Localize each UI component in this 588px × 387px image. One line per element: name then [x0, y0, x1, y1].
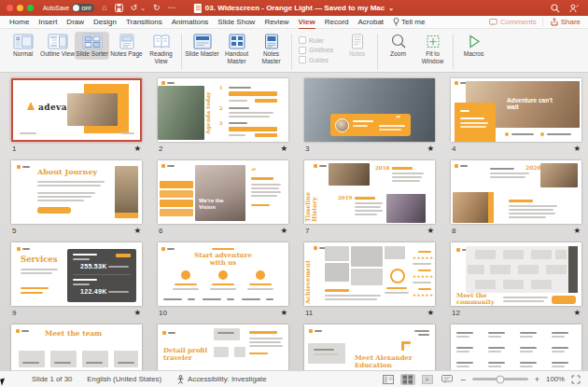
slide-title: Detail profil traveler [163, 347, 212, 361]
accent-bar [251, 177, 273, 180]
tab-design[interactable]: Design [93, 17, 117, 28]
zoom-percentage[interactable]: 100% [546, 375, 565, 383]
tab-view[interactable]: View [299, 17, 315, 28]
ph-line [392, 180, 420, 182]
animation-star-icon[interactable]: ★ [427, 226, 434, 235]
slide-thumbnail-2[interactable]: Agenda today 1 2 3 [158, 78, 288, 142]
animation-star-icon[interactable]: ★ [133, 226, 141, 235]
zoom-slider[interactable] [472, 378, 528, 380]
zoom-in-button[interactable]: + [535, 375, 539, 384]
slide-thumbnail-1[interactable]: adeva [11, 78, 142, 142]
close-window-button[interactable] [7, 5, 13, 11]
animation-star-icon[interactable]: ★ [573, 226, 581, 235]
slide-master-button[interactable]: Slide Master [185, 32, 219, 60]
slide-thumbnail-9[interactable]: Services 255.53K 122.49K [11, 242, 142, 306]
adeva-mini-logo [314, 164, 327, 168]
home-icon[interactable]: ⌂ [102, 4, 106, 12]
animation-star-icon[interactable]: ★ [573, 144, 581, 153]
slide-thumbnail-7[interactable]: Timeline History 2018 2019 [304, 160, 435, 224]
accessibility-status[interactable]: Accessibility: Investigate [176, 375, 267, 384]
animation-star-icon[interactable]: ★ [280, 144, 287, 153]
normal-view-switch[interactable] [381, 374, 396, 385]
zoom-button[interactable]: Zoom [381, 32, 415, 60]
outline-view-button[interactable]: Outline View [40, 32, 75, 60]
ph-line [392, 176, 422, 178]
slide-sorter-canvas[interactable]: adeva 1★ Agenda today 1 2 3 [0, 73, 588, 371]
tab-home[interactable]: Home [9, 17, 29, 28]
minimize-window-button[interactable] [17, 5, 23, 11]
macros-label: Macros [464, 50, 484, 58]
handout-master-button[interactable]: Handout Master [219, 32, 254, 66]
accent-label [386, 287, 407, 289]
ph-line [552, 336, 565, 338]
share-profile-icon[interactable] [569, 4, 579, 13]
search-icon[interactable] [551, 4, 560, 13]
notes-button[interactable]: Notes [340, 32, 374, 60]
animation-star-icon[interactable]: ★ [427, 144, 434, 153]
animation-star-icon[interactable]: ★ [427, 308, 434, 317]
accent-link [249, 352, 268, 354]
tab-insert[interactable]: Insert [38, 17, 57, 28]
slide-thumbnail-5[interactable]: About Journey [11, 160, 142, 224]
notes-master-label: Notes Master [254, 50, 288, 64]
tab-transitions[interactable]: Transitions [126, 17, 162, 28]
zoom-out-button[interactable]: – [461, 375, 466, 384]
slide-sorter-button[interactable]: Slide Sorter [75, 32, 109, 60]
ruler-checkbox[interactable]: Ruler [299, 36, 338, 44]
slide-sorter-view-switch[interactable] [400, 374, 415, 385]
slide-thumbnail-11[interactable]: Achievement ★★★★★ ★★★★★ ★★★★★ [304, 242, 435, 306]
tab-record[interactable]: Record [325, 17, 349, 28]
guides-label: Guides [309, 57, 329, 63]
slide-thumbnail-12[interactable]: Meet the community [451, 242, 581, 306]
more-commands-icon[interactable]: ⋯ [168, 4, 176, 12]
tab-animations[interactable]: Animations [172, 17, 209, 28]
animation-star-icon[interactable]: ★ [280, 308, 287, 317]
save-icon[interactable] [115, 4, 123, 12]
animation-star-icon[interactable]: ★ [280, 226, 287, 235]
tab-draw[interactable]: Draw [66, 17, 84, 28]
slide-thumbnail-15[interactable]: Meet Alexander Education [304, 325, 435, 371]
ph-line [488, 351, 501, 352]
document-title-area[interactable]: 03. Widescreen - Orange Light — Saved to… [194, 4, 394, 13]
gridlines-checkbox[interactable]: Gridlines [299, 47, 338, 54]
fit-to-window-button[interactable]: Fit to Window [415, 32, 450, 66]
autosave-toggle[interactable]: AutoSave OFF [43, 4, 94, 12]
animation-star-icon[interactable]: ★ [133, 308, 141, 317]
photo [540, 163, 578, 187]
slide-thumbnail-13[interactable]: Meet the team [11, 325, 142, 371]
slide-thumbnail-16[interactable] [451, 325, 581, 371]
tab-review[interactable]: Review [264, 17, 288, 28]
animation-star-icon[interactable]: ★ [133, 144, 141, 153]
slide-thumbnail-4[interactable]: Adventure can't wait [451, 78, 581, 142]
notes-page-button[interactable]: Notes Page [109, 32, 144, 60]
presenter-notes-switch[interactable] [440, 374, 455, 385]
slide-title: Meet Alexander Education [355, 354, 414, 368]
zoom-window-button[interactable] [27, 5, 34, 11]
slide-show-view-switch[interactable] [420, 374, 435, 385]
slide-thumbnail-14[interactable]: Detail profil traveler [158, 325, 288, 371]
reading-view-button[interactable]: Reading View [144, 32, 178, 66]
notes-master-button[interactable]: Notes Master [254, 32, 288, 66]
share-button[interactable]: Share [542, 18, 581, 26]
tab-slide-show[interactable]: Slide Show [217, 17, 255, 28]
macros-button[interactable]: Macros [456, 32, 491, 60]
tell-me-button[interactable]: Tell me [393, 18, 425, 26]
tell-me-label: Tell me [401, 18, 425, 26]
normal-view-button[interactable]: Normal [6, 32, 40, 60]
guides-checkbox[interactable]: Guides [299, 56, 338, 63]
slide-thumbnail-8[interactable]: 2020 [451, 160, 581, 224]
slide-thumbnail-3[interactable]: ” [304, 78, 435, 142]
redo-icon[interactable]: ↻ [153, 4, 161, 12]
fit-slide-icon[interactable] [571, 375, 581, 384]
undo-icon[interactable]: ↺ [131, 4, 138, 12]
language-button[interactable]: English (United States) [87, 375, 161, 383]
undo-chevron-icon[interactable]: ⌄ [140, 5, 146, 11]
slide-cell-6: We're the Vision “ 6★ [158, 160, 288, 224]
comments-button[interactable]: Comments [489, 18, 537, 26]
slide-thumbnail-6[interactable]: We're the Vision “ [158, 160, 288, 224]
animation-star-icon[interactable]: ★ [573, 308, 581, 317]
slide-thumbnail-10[interactable]: Start adventure with us [158, 242, 288, 306]
zoom-slider-thumb[interactable] [496, 375, 504, 383]
tab-acrobat[interactable]: Acrobat [358, 17, 385, 28]
autosave-switch[interactable]: OFF [72, 4, 94, 12]
